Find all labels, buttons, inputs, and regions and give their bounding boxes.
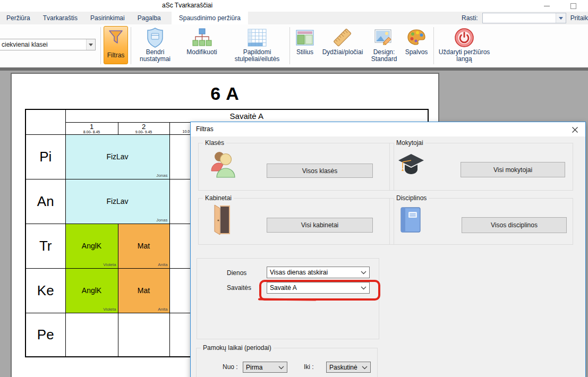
menubar: Peržiūra Tvarkaraštis Pasirinkimai Pagal… <box>0 12 588 24</box>
group-classes: Klasės Visos klasės <box>198 143 394 191</box>
lesson-teacher: Violeta <box>103 262 116 267</box>
lesson-cell: AnglKVioleta <box>65 224 118 268</box>
lesson-times-label: Pamokų laikai (periodai) <box>201 344 274 352</box>
maximize-icon <box>570 3 576 9</box>
period-time: 8.00- 8.45 <box>66 130 118 134</box>
chevron-down-icon <box>559 17 563 20</box>
lesson-subject: Mat <box>138 286 150 295</box>
palette-icon <box>407 27 426 49</box>
toolbar-separator <box>100 27 101 64</box>
ruler-icon <box>331 27 354 49</box>
picture-pencil-icon <box>374 27 394 49</box>
day-label: Pe <box>25 313 65 357</box>
colors-button[interactable]: Spalvos <box>401 26 432 56</box>
find-label: Rasti: <box>462 14 478 22</box>
dialog-close-button[interactable] <box>571 126 578 133</box>
group-classrooms-label: Kabinetai <box>203 194 234 202</box>
tool-label: Bendri nustatymai <box>135 49 175 63</box>
lesson-cell: AnglKVioleta <box>65 268 118 313</box>
to-dropdown[interactable]: Paskutinė <box>326 362 371 373</box>
days-label: Dienos <box>227 269 246 277</box>
table-grid-icon <box>247 27 267 49</box>
from-dropdown[interactable]: Pirma <box>243 362 287 373</box>
general-settings-button[interactable]: Bendri nustatymai <box>133 26 177 63</box>
days-dropdown[interactable]: Visas dienas atskirai <box>267 267 370 278</box>
filter-button[interactable]: Filtras <box>104 26 128 64</box>
maximize-button[interactable] <box>564 0 582 12</box>
tool-label: Papildomi stulpeliai/eilutės <box>229 49 285 63</box>
day-label: Ke <box>25 268 65 313</box>
lesson-teacher: Anita <box>158 262 167 267</box>
empty-cell <box>118 313 169 357</box>
modify-button[interactable]: Modifikuoti <box>177 26 226 56</box>
design-button[interactable]: Design: Standard <box>367 26 401 63</box>
tab-spausdinimo-perziura[interactable]: Spausdinimo peržiūra <box>172 12 248 24</box>
timetable-corner-cell <box>25 109 65 134</box>
group-classes-label: Klasės <box>203 139 226 147</box>
menu-item-pasirinkimai[interactable]: Pasirinkimai <box>89 12 126 24</box>
tool-label: Modifikuoti <box>186 49 217 56</box>
from-label: Nuo : <box>223 363 238 371</box>
minimize-icon <box>544 6 550 6</box>
all-subjects-button[interactable]: Visos disciplinos <box>462 217 567 233</box>
period-number: 2 <box>118 124 169 130</box>
group-subjects: Disciplinos Visos disciplinos <box>389 198 573 245</box>
find-input[interactable] <box>482 13 566 23</box>
group-days-weeks: Dienos Visas dienas atskirai Savaitės Sa… <box>197 258 379 339</box>
power-icon <box>454 27 474 49</box>
style-button[interactable]: Stilius <box>292 26 318 56</box>
lesson-subject: FizLav <box>106 197 128 205</box>
period-time: 10.0 <box>183 130 190 133</box>
to-dropdown-value: Paskutinė <box>329 364 357 371</box>
period-number: 1 <box>66 124 118 130</box>
sizes-widths-button[interactable]: Dydžiai/pločiai <box>318 26 367 56</box>
minimize-button[interactable] <box>538 0 556 12</box>
all-classes-button[interactable]: Visos klasės <box>267 164 373 178</box>
menu-item-pagalba[interactable]: Pagalba <box>137 12 162 24</box>
filter-dialog: Filtras Klasės Visos klasės Mokytojai Vi… <box>190 122 586 377</box>
tool-label: Stilius <box>296 49 313 56</box>
close-icon <box>572 126 578 133</box>
extra-columns-rows-button[interactable]: Papildomi stulpeliai/eilutės <box>226 26 288 63</box>
org-chart-icon <box>192 27 212 49</box>
to-label: Iki : <box>304 363 314 371</box>
day-label: Tr <box>25 224 65 268</box>
tool-label: Design: Standard <box>370 49 398 63</box>
period-header-1: 1 8.00- 8.45 <box>65 122 118 134</box>
lesson-cell: FizLavJonas <box>65 134 169 179</box>
dialog-titlebar: Filtras <box>191 122 585 136</box>
all-teachers-button[interactable]: Visi mokytojai <box>461 162 565 177</box>
group-classrooms: Kabinetai Visi kabinetai <box>198 198 394 245</box>
tool-label: Uždaryti peržiūros langą <box>438 49 490 63</box>
find-dropdown-button[interactable] <box>556 13 566 23</box>
from-dropdown-value: Pirma <box>246 364 262 371</box>
days-dropdown-value: Visas dienas atskirai <box>270 269 328 276</box>
menu-item-tvarkarastis[interactable]: Tvarkaraštis <box>42 12 79 24</box>
weeks-label: Savaitės <box>227 284 251 292</box>
lesson-subject: Mat <box>138 242 150 250</box>
period-time: 9.00- 9.45 <box>118 130 169 134</box>
page-title: 6 A <box>12 83 438 104</box>
lesson-teacher: Violeta <box>103 307 116 312</box>
empty-cell <box>65 313 118 357</box>
toolbar: ciekvienai klasei Filtras Bendri nustaty… <box>0 24 588 67</box>
apply-label[interactable]: Pritaik <box>570 14 588 22</box>
scope-dropdown-value: ciekvienai klasei <box>2 41 48 48</box>
group-subjects-label: Disciplinos <box>394 194 429 202</box>
chevron-down-icon <box>89 44 93 46</box>
lesson-cell: MatAnita <box>118 224 169 268</box>
all-classrooms-button[interactable]: Visi kabinetai <box>267 218 373 233</box>
menu-item-perziura[interactable]: Peržiūra <box>5 12 31 24</box>
lesson-teacher: Jonas <box>156 173 167 178</box>
scope-dropdown[interactable]: ciekvienai klasei <box>0 39 96 50</box>
lesson-teacher: Jonas <box>156 218 167 222</box>
day-label: Pi <box>25 134 65 179</box>
lesson-subject: AnglK <box>82 242 101 250</box>
chevron-down-icon <box>362 364 368 371</box>
lesson-subject: AnglK <box>82 286 101 295</box>
dialog-title: Filtras <box>196 125 214 133</box>
close-preview-button[interactable]: Uždaryti peržiūros langą <box>436 26 493 63</box>
day-label: An <box>25 179 65 224</box>
scope-dropdown-button[interactable] <box>86 39 95 50</box>
door-icon <box>211 204 233 239</box>
